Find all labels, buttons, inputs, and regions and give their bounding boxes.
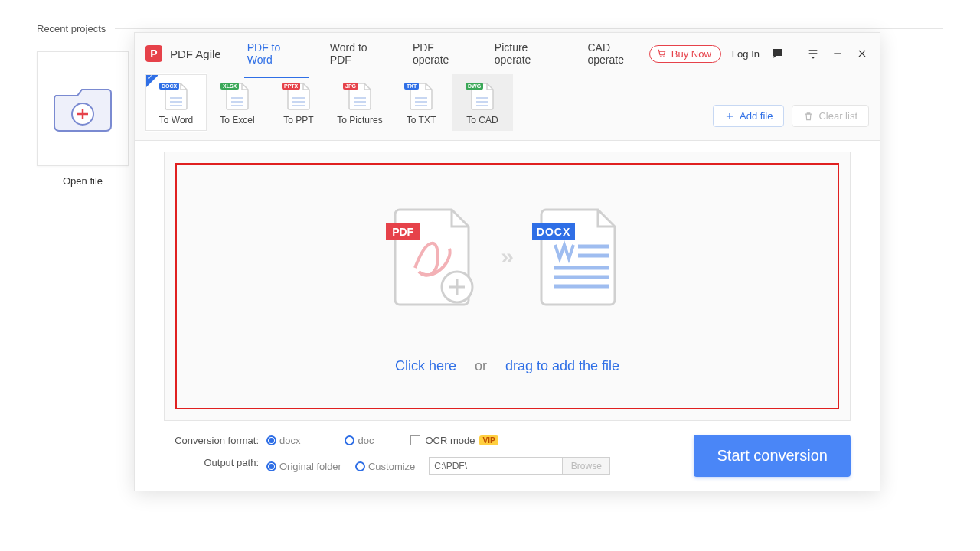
radio-docx[interactable]: docx	[266, 435, 300, 446]
click-here-link[interactable]: Click here	[395, 358, 456, 374]
or-text: or	[475, 358, 487, 374]
buy-now-button[interactable]: Buy Now	[649, 45, 721, 63]
menu-dropdown-icon[interactable]	[806, 47, 820, 60]
radio-doc-label: doc	[358, 435, 374, 446]
format-label: To Excel	[220, 115, 254, 126]
folder-plus-icon	[52, 82, 113, 135]
start-conversion-button[interactable]: Start conversion	[694, 435, 851, 477]
app-logo-icon: P	[145, 45, 162, 62]
open-file-label: Open file	[37, 175, 129, 187]
format-to-pictures[interactable]: JPG To Pictures	[329, 74, 390, 131]
ocr-mode-label: OCR mode	[425, 435, 475, 446]
arrow-right-icon: »	[501, 243, 514, 269]
tab-word-to-pdf[interactable]: Word to PDF	[327, 29, 391, 78]
svg-point-3	[660, 56, 662, 57]
radio-doc[interactable]: doc	[345, 435, 374, 446]
file-type-icon: DOCX	[161, 81, 191, 112]
format-label: To Word	[159, 115, 193, 126]
buy-now-label: Buy Now	[671, 48, 711, 60]
minimize-icon[interactable]	[831, 47, 844, 60]
clear-list-button[interactable]: Clear list	[792, 105, 869, 127]
docx-file-icon: DOCX	[538, 207, 622, 306]
file-type-icon: JPG	[345, 81, 375, 112]
radio-docx-label: docx	[279, 435, 300, 446]
file-type-icon: TXT	[406, 81, 436, 112]
tab-picture-operate[interactable]: Picture operate	[492, 29, 567, 78]
browse-button[interactable]: Browse	[563, 457, 610, 475]
pdf-file-icon: PDF	[392, 207, 476, 306]
radio-customize[interactable]: Customize	[355, 461, 415, 472]
drag-to-add-link[interactable]: drag to add the file	[505, 358, 619, 374]
titlebar: P PDF Agile PDF to WordWord to PDFPDF op…	[135, 33, 880, 74]
open-file-tile[interactable]: Open file	[37, 51, 129, 187]
vip-badge: VIP	[479, 435, 498, 445]
radio-customize-label: Customize	[368, 461, 415, 472]
format-to-excel[interactable]: XLSX To Excel	[207, 74, 268, 131]
file-type-icon: DWG	[467, 81, 498, 112]
feedback-icon[interactable]	[770, 47, 784, 60]
tab-pdf-to-word[interactable]: PDF to Word	[244, 29, 309, 78]
docx-badge: DOCX	[532, 223, 575, 240]
conversion-format-label: Conversion format:	[164, 435, 263, 446]
pdf-badge: PDF	[386, 223, 420, 240]
format-to-cad[interactable]: DWG To CAD	[452, 74, 513, 131]
app-window: P PDF Agile PDF to WordWord to PDFPDF op…	[134, 32, 880, 491]
add-file-label: Add file	[740, 110, 773, 122]
drop-area[interactable]: PDF »	[164, 152, 851, 421]
ocr-mode-checkbox[interactable]: OCR mode VIP	[410, 435, 498, 446]
trash-icon	[803, 111, 814, 122]
radio-original-folder-label: Original folder	[279, 461, 341, 472]
plus-icon	[724, 111, 735, 122]
format-label: To TXT	[407, 115, 436, 126]
output-path-label: Output path:	[164, 457, 263, 475]
app-name: PDF Agile	[170, 47, 221, 60]
file-type-icon: PPTX	[283, 81, 314, 112]
conversion-graphic: PDF »	[392, 207, 622, 306]
close-icon[interactable]	[855, 47, 869, 60]
format-label: To CAD	[466, 115, 498, 126]
login-button[interactable]: Log In	[732, 48, 760, 60]
tab-cad-operate[interactable]: CAD operate	[584, 29, 648, 78]
recent-projects-heading: Recent projects	[37, 23, 106, 34]
divider	[795, 47, 795, 60]
format-label: To Pictures	[337, 115, 382, 126]
format-to-ppt[interactable]: PPTX To PPT	[268, 74, 329, 131]
format-to-txt[interactable]: TXT To TXT	[390, 74, 452, 131]
tab-pdf-operate[interactable]: PDF operate	[410, 29, 473, 78]
file-type-icon: XLSX	[222, 81, 253, 112]
cart-icon	[656, 48, 667, 59]
radio-original-folder[interactable]: Original folder	[266, 461, 341, 472]
clear-list-label: Clear list	[818, 110, 858, 122]
svg-point-4	[663, 56, 665, 57]
format-to-word[interactable]: DOCX To Word	[145, 74, 207, 131]
format-label: To PPT	[283, 115, 313, 126]
add-file-button[interactable]: Add file	[713, 105, 784, 127]
output-path-input[interactable]	[429, 457, 563, 475]
